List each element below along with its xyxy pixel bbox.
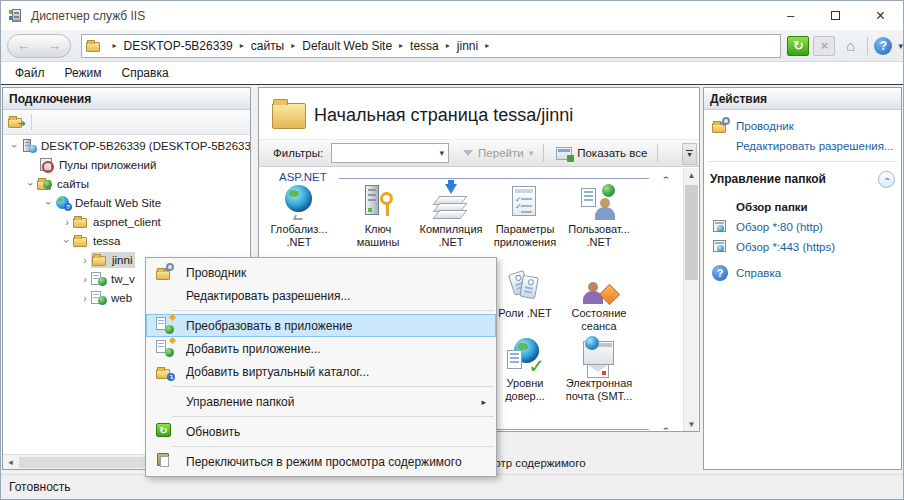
show-all-button[interactable]: Показать все xyxy=(577,147,647,159)
help-button[interactable]: ? xyxy=(874,37,892,55)
action-explorer[interactable]: Проводник xyxy=(704,116,901,136)
expander-icon[interactable]: › xyxy=(9,140,21,152)
action-edit-permissions[interactable]: Редактировать разрешения... xyxy=(704,136,901,156)
feature-smtp-email[interactable]: Электронная почта (SMT... xyxy=(561,338,637,403)
toolbar-divider xyxy=(31,114,32,130)
scrollbar-thumb[interactable] xyxy=(685,185,698,280)
stop-icon: × xyxy=(821,38,829,53)
expander-icon[interactable]: › xyxy=(79,273,91,285)
forward-button[interactable]: → xyxy=(48,38,61,53)
section-collapse-icon[interactable]: › xyxy=(660,176,671,179)
scroll-left-icon[interactable]: ◂ xyxy=(3,455,18,470)
home-icon: ⌂ xyxy=(846,37,855,54)
check-icon: ✓ xyxy=(528,354,545,378)
net-users-icon xyxy=(581,184,617,220)
filter-combobox[interactable]: ▾ xyxy=(331,143,449,163)
trust-levels-icon: ✓ xyxy=(507,338,543,374)
feature-net-roles[interactable]: Роли .NET xyxy=(487,268,563,320)
minimize-button[interactable]: – xyxy=(768,1,813,30)
feature-session-state[interactable]: Состояние сеанса xyxy=(561,268,637,333)
feature-label: довер... xyxy=(505,390,545,403)
action-label: Редактировать разрешения... xyxy=(736,140,894,152)
combo-dropdown-icon[interactable]: ▾ xyxy=(440,148,445,158)
breadcrumb-jinni[interactable]: jinni xyxy=(457,39,478,53)
folder-icon xyxy=(92,253,108,267)
create-connection-icon[interactable]: ➜ xyxy=(8,115,24,129)
tree-item-label: tw_v xyxy=(111,273,135,285)
tree-item-tessa[interactable]: › tessa xyxy=(3,231,250,250)
scroll-up-icon[interactable]: ▲ xyxy=(684,168,699,183)
browse-folder-heading: Обзор папки xyxy=(704,197,901,217)
close-button[interactable]: × xyxy=(858,1,903,30)
add-virtual-directory-icon: ↴ xyxy=(156,363,174,380)
expander-icon[interactable]: › xyxy=(61,216,73,228)
minimize-icon: – xyxy=(787,8,794,23)
actions-divider xyxy=(708,161,897,162)
page-header: Начальная страница tessa/jinni xyxy=(259,88,699,139)
content-scrollbar[interactable]: ▲ ▼ xyxy=(683,168,698,432)
breadcrumb-server[interactable]: DESKTOP-5B26339 xyxy=(124,39,233,53)
feature-label: .NET xyxy=(438,236,463,249)
feature-label: Параметры xyxy=(496,223,555,236)
feature-machine-key[interactable]: Ключ машины xyxy=(340,184,416,249)
add-application-icon xyxy=(156,340,174,357)
breadcrumb-default-web-site[interactable]: Default Web Site xyxy=(302,39,392,53)
help-dropdown-icon[interactable]: ▾ xyxy=(898,41,903,51)
maximize-button[interactable] xyxy=(813,1,858,30)
help-icon: ? xyxy=(712,265,730,281)
expander-icon[interactable]: › xyxy=(61,235,73,247)
action-browse-http[interactable]: Обзор *:80 (http) xyxy=(704,217,901,237)
toolbar-divider xyxy=(543,144,544,162)
context-menu-add-application[interactable]: Добавить приложение... xyxy=(146,337,496,360)
server-icon xyxy=(21,139,37,153)
section-collapse-icon[interactable]: › xyxy=(660,427,671,430)
feature-globalization[interactable]: Глобализ... .NET xyxy=(261,184,337,249)
group-collapse-button[interactable]: › xyxy=(878,171,895,188)
expander-icon[interactable]: › xyxy=(79,254,91,266)
tree-item-app-pools[interactable]: Пулы приложений xyxy=(3,155,250,174)
action-help[interactable]: ? Справка xyxy=(704,263,901,283)
feature-compilation[interactable]: Компиляция .NET xyxy=(413,184,489,249)
expander-icon[interactable]: › xyxy=(43,197,55,209)
overflow-dropdown-icon: ▾ xyxy=(687,152,691,158)
connections-toolbar: ➜ xyxy=(3,110,250,135)
context-menu-switch-to-content-view[interactable]: Переключиться в режим просмотра содержим… xyxy=(146,450,496,473)
home-button[interactable]: ⌂ xyxy=(839,36,861,56)
context-menu-refresh[interactable]: ↻ Обновить xyxy=(146,420,496,443)
expander-icon[interactable]: › xyxy=(25,178,37,190)
tree-item-default-web-site[interactable]: › ? Default Web Site xyxy=(3,193,250,212)
menu-file[interactable]: Файл xyxy=(5,62,55,84)
go-button[interactable]: Перейти xyxy=(478,147,524,159)
toolbar-overflow-button[interactable]: ▾ xyxy=(682,143,697,165)
breadcrumb-tessa[interactable]: tessa xyxy=(410,39,439,53)
scroll-down-icon[interactable]: ▼ xyxy=(684,417,699,432)
context-menu-manage-folder[interactable]: Управление папкой ▸ xyxy=(146,390,496,413)
menu-view[interactable]: Режим xyxy=(55,62,112,84)
expander-icon[interactable]: › xyxy=(79,292,91,304)
breadcrumb-separator-icon: ▸ xyxy=(113,41,117,50)
breadcrumb-sites[interactable]: сайты xyxy=(251,39,285,53)
tree-item-sites[interactable]: › сайты xyxy=(3,174,250,193)
feature-app-settings[interactable]: ✓ ✓ Параметры приложения xyxy=(487,184,563,249)
tree-item-label: сайты xyxy=(57,178,89,190)
refresh-button[interactable]: ↻ xyxy=(787,36,809,56)
tree-item-label: DESKTOP-5B26339 (DESKTOP-5B26339 xyxy=(41,140,250,152)
action-browse-https[interactable]: Обзор *:443 (https) xyxy=(704,237,901,257)
context-menu-edit-permissions[interactable]: Редактировать разрешения... xyxy=(146,284,496,307)
context-menu-add-virtual-directory[interactable]: ↴ Добавить виртуальный каталог... xyxy=(146,360,496,383)
context-menu-explorer[interactable]: Проводник xyxy=(146,261,496,284)
tree-item-label: jinni xyxy=(112,254,132,266)
tree-item-server[interactable]: › DESKTOP-5B26339 (DESKTOP-5B26339 xyxy=(3,136,250,155)
feature-net-users[interactable]: Пользоват... .NET xyxy=(561,184,637,249)
address-bar[interactable]: ▸ DESKTOP-5B26339 ▸ сайты ▸ Default Web … xyxy=(81,34,782,58)
application-icon xyxy=(91,272,107,286)
tree-item-aspnet-client[interactable]: › aspnet_client xyxy=(3,212,250,231)
stop-button[interactable]: × xyxy=(813,36,835,56)
menu-help[interactable]: Справка xyxy=(112,62,179,84)
page-folder-icon xyxy=(272,103,306,129)
feature-trust-levels[interactable]: ✓ Уровни довер... xyxy=(487,338,563,403)
context-menu-convert-to-application[interactable]: Преобразовать в приложение xyxy=(146,314,496,337)
address-toolbar: ← → ▸ DESKTOP-5B26339 ▸ сайты ▸ Default … xyxy=(1,30,903,62)
back-button[interactable]: ← xyxy=(17,38,30,53)
go-dropdown-icon[interactable]: ▾ xyxy=(529,148,534,158)
